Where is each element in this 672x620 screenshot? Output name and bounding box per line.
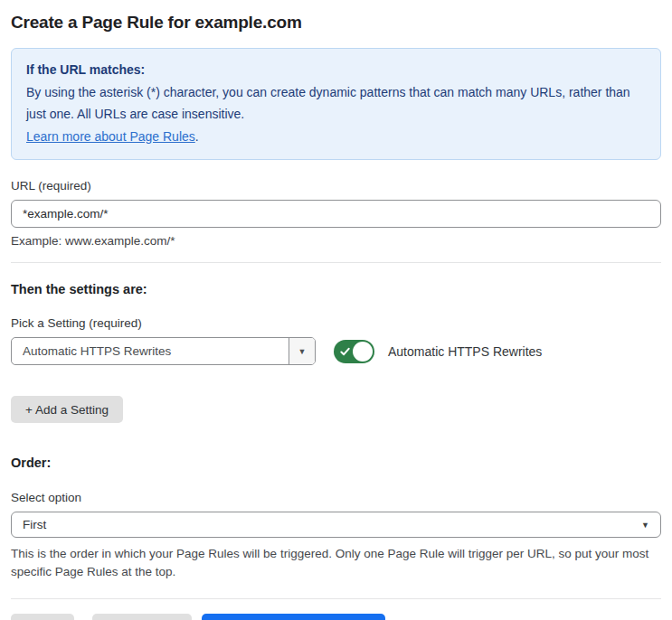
setting-dropdown-value: Automatic HTTPS Rewrites (12, 338, 289, 364)
save-and-deploy-button[interactable]: Save and Deploy Page Rule (202, 614, 386, 620)
url-example-hint: Example: www.example.com/* (11, 234, 661, 248)
cancel-button[interactable]: Cancel (11, 614, 74, 620)
footer-divider (11, 598, 661, 599)
info-callout-body: By using the asterisk (*) character, you… (26, 81, 646, 126)
setting-dropdown[interactable]: Automatic HTTPS Rewrites ▼ (11, 337, 316, 365)
checkmark-icon (340, 346, 350, 356)
learn-more-link[interactable]: Learn more about Page Rules (26, 129, 195, 144)
url-matches-info-callout: If the URL matches: By using the asteris… (11, 48, 661, 160)
order-section-heading: Order: (11, 456, 661, 470)
pick-setting-label: Pick a Setting (required) (11, 316, 661, 330)
link-suffix: . (195, 129, 199, 144)
toggle-setting-label: Automatic HTTPS Rewrites (388, 344, 542, 359)
select-option-label: Select option (11, 491, 661, 504)
section-divider (11, 262, 661, 263)
page-title: Create a Page Rule for example.com (11, 13, 661, 33)
add-setting-button[interactable]: + Add a Setting (11, 396, 123, 423)
automatic-https-rewrites-toggle[interactable] (334, 340, 374, 363)
info-callout-heading: If the URL matches: (26, 59, 646, 81)
save-as-draft-button[interactable]: Save as Draft (92, 614, 192, 620)
chevron-down-icon: ▼ (298, 347, 307, 356)
dropdown-arrow-button[interactable]: ▼ (289, 338, 315, 364)
setting-row: Automatic HTTPS Rewrites ▼ Automatic HTT… (11, 337, 661, 365)
order-select-value: First (23, 518, 46, 531)
url-input[interactable] (11, 200, 661, 228)
order-hint-text: This is the order in which your Page Rul… (11, 545, 655, 580)
order-select[interactable]: First ▼ (11, 512, 661, 538)
footer-actions: Cancel Save as Draft Save and Deploy Pag… (11, 614, 661, 620)
settings-section-heading: Then the settings are: (11, 282, 661, 296)
toggle-knob (353, 342, 373, 362)
select-arrow-icon: ▼ (641, 521, 649, 530)
info-callout-link-line: Learn more about Page Rules. (26, 126, 646, 148)
page-rule-form: Create a Page Rule for example.com If th… (0, 13, 672, 620)
url-field-label: URL (required) (11, 179, 661, 193)
